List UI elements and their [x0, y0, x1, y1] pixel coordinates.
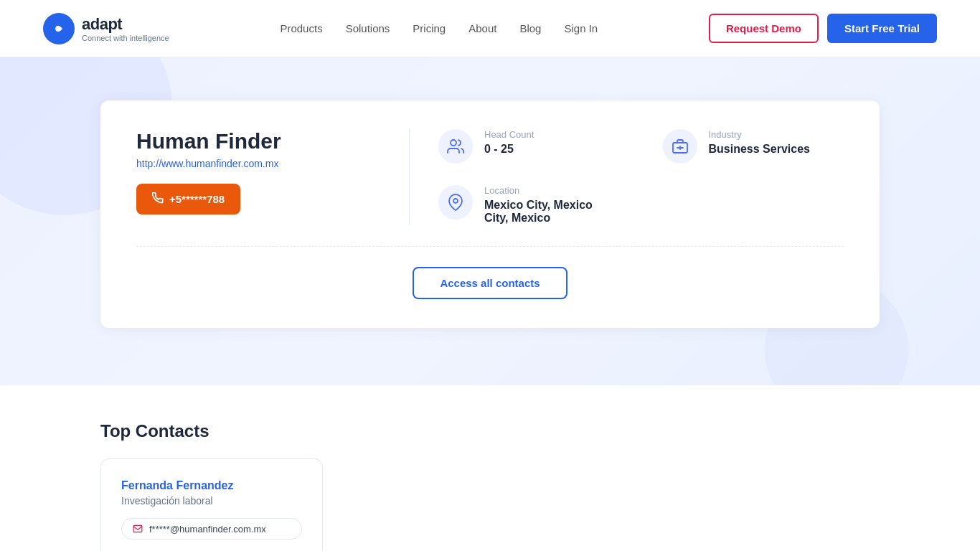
phone-button[interactable]: +5******788 — [136, 184, 240, 215]
head-count-stat: Head Count 0 - 25 — [438, 129, 620, 164]
svg-point-6 — [453, 199, 458, 203]
logo-name: adapt — [82, 15, 169, 34]
request-demo-button[interactable]: Request Demo — [709, 14, 819, 43]
nav-item-products[interactable]: Products — [280, 22, 322, 34]
contact-name: Fernanda Fernandez — [121, 479, 302, 492]
email-icon — [132, 523, 143, 534]
location-icon — [438, 185, 473, 220]
industry-icon — [663, 129, 697, 164]
industry-stat: Industry Business Services — [663, 129, 844, 164]
industry-text: Industry Business Services — [709, 129, 810, 156]
company-card: Human Finder http://www.humanfinder.com.… — [100, 100, 880, 328]
contact-job-title: Investigación laboral — [121, 495, 302, 507]
company-divider — [409, 129, 410, 225]
logo-text: adapt Connect with intelligence — [82, 15, 169, 42]
svg-point-1 — [57, 27, 61, 31]
logo-icon — [43, 13, 75, 44]
location-stat: Location Mexico City, Mexico City, Mexic… — [438, 185, 620, 225]
headcount-label: Head Count — [484, 129, 534, 140]
location-text: Location Mexico City, Mexico City, Mexic… — [484, 185, 620, 225]
start-trial-button[interactable]: Start Free Trial — [827, 14, 937, 43]
access-contacts-wrap: Access all contacts — [136, 247, 844, 299]
nav-item-solutions[interactable]: Solutions — [346, 22, 390, 34]
phone-number: +5******788 — [169, 193, 225, 205]
nav-item-signin[interactable]: Sign In — [564, 22, 598, 34]
navigation: adapt Connect with intelligence Products… — [0, 0, 980, 57]
industry-label: Industry — [709, 129, 810, 140]
nav-links: Products Solutions Pricing About Blog Si… — [280, 22, 598, 34]
phone-icon — [152, 192, 164, 206]
contacts-grid: Fernanda Fernandez Investigación laboral… — [100, 458, 880, 551]
logo-tagline: Connect with intelligence — [82, 34, 169, 42]
nav-item-about[interactable]: About — [468, 22, 496, 34]
svg-point-2 — [451, 140, 456, 146]
location-label: Location — [484, 185, 620, 196]
company-url[interactable]: http://www.humanfinder.com.mx — [136, 158, 380, 169]
contact-card: Fernanda Fernandez Investigación laboral… — [100, 458, 323, 551]
company-info-left: Human Finder http://www.humanfinder.com.… — [136, 129, 380, 215]
headcount-text: Head Count 0 - 25 — [484, 129, 534, 156]
nav-item-pricing[interactable]: Pricing — [413, 22, 446, 34]
headcount-value: 0 - 25 — [484, 143, 534, 156]
company-stats: Head Count 0 - 25 Industry — [438, 129, 844, 225]
industry-value: Business Services — [709, 143, 810, 156]
logo[interactable]: adapt Connect with intelligence — [43, 13, 169, 44]
access-all-contacts-button[interactable]: Access all contacts — [413, 267, 567, 299]
nav-buttons: Request Demo Start Free Trial — [709, 14, 937, 43]
nav-item-blog[interactable]: Blog — [519, 22, 541, 34]
top-contacts-title: Top Contacts — [100, 421, 880, 441]
svg-rect-7 — [133, 525, 142, 532]
contact-email-value: f*****@humanfinder.com.mx — [149, 524, 266, 534]
company-name: Human Finder — [136, 129, 380, 154]
hero-section: Human Finder http://www.humanfinder.com.… — [0, 57, 980, 385]
main-content: Top Contacts Fernanda Fernandez Investig… — [0, 385, 980, 551]
contact-email[interactable]: f*****@humanfinder.com.mx — [121, 518, 302, 540]
location-value: Mexico City, Mexico City, Mexico — [484, 199, 620, 225]
headcount-icon — [438, 129, 473, 164]
